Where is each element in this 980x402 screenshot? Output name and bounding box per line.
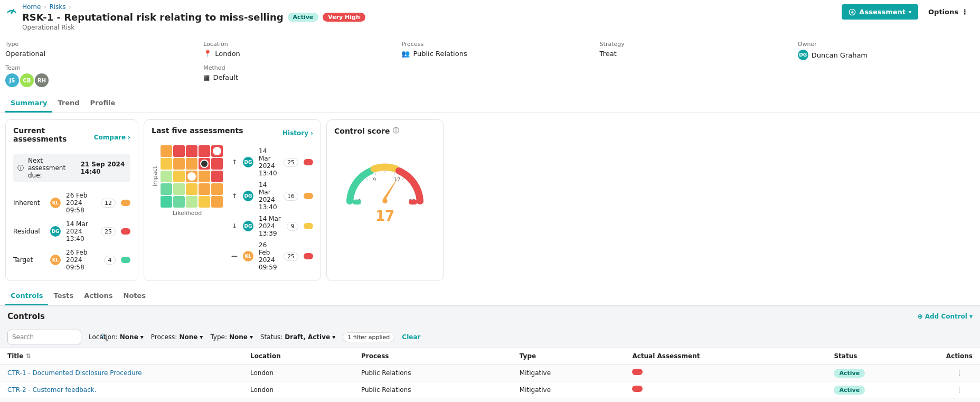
search-input-wrap: 🔍 xyxy=(7,330,81,344)
page-subtitle: Operational Risk xyxy=(22,24,842,31)
row-actions-menu[interactable]: ⋮ xyxy=(939,398,980,403)
chevron-down-icon: ▾ xyxy=(250,333,253,341)
meta-process-value: Public Relations xyxy=(413,50,467,58)
breadcrumb: Home › Risks › xyxy=(22,3,842,11)
sort-icon[interactable]: ⇅ xyxy=(25,352,31,360)
assessment-row: Target KL 26 Feb 2024 09:58 4 xyxy=(13,246,130,274)
help-circle-icon[interactable]: ⓘ xyxy=(393,126,399,135)
location-pin-icon: 📍 xyxy=(203,50,212,58)
col-location[interactable]: Location xyxy=(243,348,354,364)
chevron-down-icon: ▾ xyxy=(140,333,144,341)
meta-strategy-value: Treat xyxy=(600,50,777,58)
history-date: 14 Mar 2024 13:40 xyxy=(259,147,278,177)
next-assessment-notice: ⓘ Next assessment due: 21 Sep 2024 14:40 xyxy=(13,154,130,182)
history-score: 25 xyxy=(284,158,298,167)
chevron-right-icon: › xyxy=(128,134,130,141)
assessment-label: Inherent xyxy=(13,199,45,207)
assessment-date: 26 Feb 2024 09:58 xyxy=(66,249,99,271)
gauge-score: 17 xyxy=(335,208,435,224)
gauge: 0 9 17 25 17 xyxy=(335,146,435,224)
row-actions-menu[interactable]: ⋮ xyxy=(939,381,980,398)
tab-summary[interactable]: Summary xyxy=(5,95,52,113)
row-actions-menu[interactable]: ⋮ xyxy=(939,364,980,381)
history-date: 14 Mar 2024 13:39 xyxy=(259,215,281,237)
meta-process-label: Process xyxy=(401,41,578,48)
filter-type[interactable]: Type: None ▾ xyxy=(210,333,253,341)
cell-process: Public Relations xyxy=(354,398,512,403)
team-avatars: JSCBRH xyxy=(5,73,182,87)
compare-link[interactable]: Compare› xyxy=(94,134,130,141)
control-title-link[interactable]: CTR-1 - Documented Disclosure Procedure xyxy=(7,369,142,377)
process-users-icon: 👥 xyxy=(401,50,410,58)
trend-icon: ↓ xyxy=(231,222,238,230)
secondary-tabs: Controls Tests Actions Notes xyxy=(0,287,980,306)
cell-type: Mitigative xyxy=(512,398,625,403)
owner-avatar: DG xyxy=(798,50,808,60)
severity-badge: Very High xyxy=(323,13,365,22)
tab-tests[interactable]: Tests xyxy=(48,287,79,305)
col-title[interactable]: Title xyxy=(7,352,23,360)
status-pill: Active xyxy=(834,369,865,378)
page-title: RSK-1 - Reputational risk relating to mi… xyxy=(22,12,284,23)
cell-location: London xyxy=(243,364,354,381)
meta-method-value: Default xyxy=(213,73,238,81)
main-tabs: Summary Trend Profile xyxy=(0,95,980,113)
plus-circle-icon xyxy=(849,8,856,16)
assessor-avatar: DG xyxy=(243,221,253,231)
meta-type-value: Operational xyxy=(5,50,182,58)
cell-process: Public Relations xyxy=(354,364,512,381)
col-assessment[interactable]: Actual Assessment xyxy=(625,348,826,364)
cell-process: Public Relations xyxy=(354,381,512,398)
tab-notes[interactable]: Notes xyxy=(118,287,152,305)
chevron-right-icon: › xyxy=(44,4,46,10)
tab-trend[interactable]: Trend xyxy=(52,95,84,113)
svg-point-9 xyxy=(382,199,388,204)
filter-location[interactable]: Location: None ▾ xyxy=(89,333,144,341)
filter-process[interactable]: Process: None ▾ xyxy=(151,333,203,341)
svg-text:9: 9 xyxy=(373,176,376,182)
history-dot xyxy=(304,223,313,229)
method-grid-icon: ▦ xyxy=(203,73,210,81)
assessment-button[interactable]: Assessment ▾ xyxy=(842,4,918,20)
col-type[interactable]: Type xyxy=(512,348,625,364)
col-status[interactable]: Status xyxy=(826,348,938,364)
options-button[interactable]: Options ⋮ xyxy=(921,4,975,20)
chevron-down-icon: ▾ xyxy=(969,313,973,320)
cell-location: London xyxy=(243,381,354,398)
tab-controls[interactable]: Controls xyxy=(5,287,48,305)
assessor-avatar: DG xyxy=(50,226,61,237)
assessor-avatar: DG xyxy=(243,157,253,167)
meta-owner-label: Owner xyxy=(798,41,975,48)
svg-rect-14 xyxy=(353,200,361,205)
meta-strategy-label: Strategy xyxy=(600,41,777,48)
assessment-score: 25 xyxy=(101,227,116,236)
history-score: 9 xyxy=(287,222,298,231)
control-title-link[interactable]: CTR-2 - Customer feedback. xyxy=(7,386,97,394)
meta-team-label: Team xyxy=(5,64,182,71)
history-row: ↑ DG 14 Mar 2024 13:40 25 xyxy=(231,145,313,179)
history-link[interactable]: History› xyxy=(282,129,313,137)
notice-label: Next assessment due: xyxy=(28,157,76,179)
filter-status[interactable]: Status: Draft, Active ▾ xyxy=(260,333,335,341)
chevron-right-icon: › xyxy=(69,4,71,10)
trend-icon: ↑ xyxy=(231,158,238,166)
controls-table: Title ⇅ Location Process Type Actual Ass… xyxy=(0,348,980,402)
breadcrumb-home[interactable]: Home xyxy=(22,3,41,11)
meta-location-value: London xyxy=(215,50,240,58)
cell-type: Mitigative xyxy=(512,381,625,398)
tab-profile[interactable]: Profile xyxy=(85,95,121,113)
tab-actions[interactable]: Actions xyxy=(79,287,118,305)
table-row: CTR-3 - Quarterly dip check benchmarking… xyxy=(0,398,980,403)
chevron-down-icon: ▾ xyxy=(332,333,335,341)
search-input[interactable] xyxy=(8,330,96,344)
col-process[interactable]: Process xyxy=(354,348,512,364)
history-dot xyxy=(304,253,313,259)
history-score: 16 xyxy=(284,192,298,201)
card-current-assessments: Current assessments Compare› ⓘ Next asse… xyxy=(5,119,138,281)
breadcrumb-risks[interactable]: Risks xyxy=(49,3,65,11)
card1-title: Current assessments xyxy=(13,126,94,143)
clear-filters[interactable]: Clear xyxy=(402,333,420,341)
add-control-button[interactable]: ⊕ Add Control ▾ xyxy=(918,313,973,320)
history-score: 25 xyxy=(284,252,298,261)
chevron-down-icon: ▾ xyxy=(200,333,203,341)
